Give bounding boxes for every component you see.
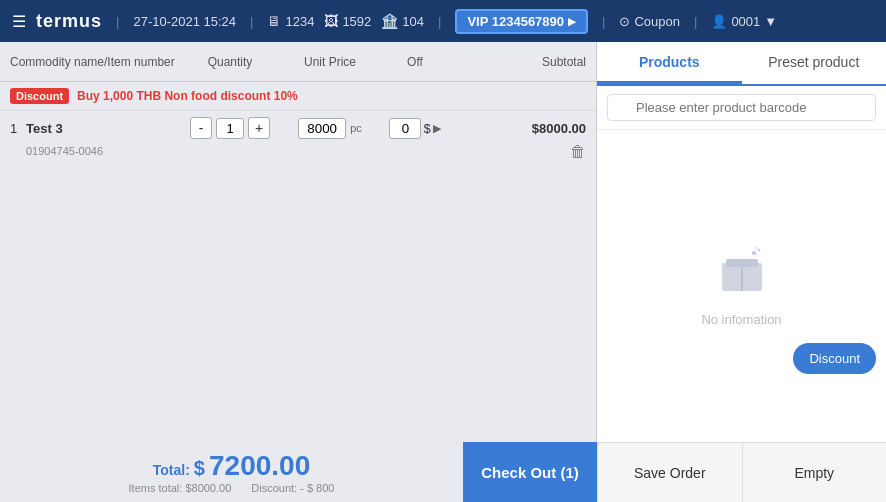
items-total: Items total: $8000.00 [129,482,232,494]
col-header-qty: Quantity [180,55,280,69]
col-header-off: Off [380,55,450,69]
discount-line: Discount: - $ 800 [251,482,334,494]
stat1-value: 1234 [285,14,314,29]
row-subtotal: $8000.00 [450,121,586,136]
vip-label: VIP 1234567890 [467,14,564,29]
product-row-main: 1 Test 3 - + pc $ ▶ $8000.00 [10,117,586,139]
svg-point-5 [755,247,757,249]
col-header-subtotal: Subtotal [450,55,586,69]
stat-monitor: 🖥 1234 [267,13,314,29]
sep1: | [116,14,119,29]
col-header-price: Unit Price [280,55,380,69]
off-dollar-sign: $ [423,121,430,136]
price-input[interactable] [298,118,346,139]
qty-decrease-button[interactable]: - [190,117,212,139]
quantity-control: - + [180,117,280,139]
save-order-label: Save Order [634,465,706,481]
vip-arrow-icon: ▶ [568,16,576,27]
qty-increase-button[interactable]: + [248,117,270,139]
coupon-label: Coupon [634,14,680,29]
tab-products[interactable]: Products [597,42,742,84]
left-panel: Commodity name/Item number Quantity Unit… [0,42,597,442]
off-field: $ ▶ [380,118,450,139]
svg-point-4 [757,249,760,252]
product-name: Test 3 [26,121,180,136]
sep4: | [602,14,605,29]
svg-rect-1 [726,259,758,267]
product-row: 1 Test 3 - + pc $ ▶ $8000.00 [0,111,596,167]
total-amount: 7200.00 [209,450,310,482]
off-input[interactable] [389,118,421,139]
checkout-label: Check Out (1) [481,464,579,481]
no-info-area: No infomation [597,130,886,442]
product-barcode: 01904745-0046 [10,145,103,157]
no-info-text: No infomation [701,312,781,327]
user-arrow-icon: ▼ [764,14,777,29]
discount-text: Buy 1,000 THB Non food discount 10% [77,89,298,103]
box-icon [712,245,772,304]
stat3-value: 104 [402,14,424,29]
row-number: 1 [10,121,26,136]
sep2: | [250,14,253,29]
user-icon: 👤 [711,14,727,29]
sep3: | [438,14,441,29]
header: ☰ termus | 27-10-2021 15:24 | 🖥 1234 🖼 1… [0,0,886,42]
total-section: Total: $ 7200.00 Items total: $8000.00 D… [0,442,463,502]
checkout-button[interactable]: Check Out (1) [463,442,597,502]
stat-bank: 🏦 104 [381,13,424,29]
tab-products-label: Products [639,54,700,70]
menu-icon[interactable]: ☰ [12,12,26,31]
discount-banner: Discount Buy 1,000 THB Non food discount… [0,82,596,111]
bank-icon: 🏦 [381,13,398,29]
off-arrow-icon[interactable]: ▶ [433,122,441,135]
monitor-icon: 🖥 [267,13,281,29]
app-logo: termus [36,11,102,32]
user-label: 0001 [731,14,760,29]
total-label: Total: [153,462,190,478]
search-input[interactable] [607,94,876,121]
save-order-button[interactable]: Save Order [597,442,742,502]
user-button[interactable]: 👤 0001 ▼ [711,14,777,29]
price-unit: pc [350,122,362,134]
right-panel-wrapper: Products Preset product 🔍 [597,42,886,442]
total-line: Total: $ 7200.00 [153,450,310,482]
delete-icon[interactable]: 🗑 [570,143,586,161]
stat2-value: 1592 [342,14,371,29]
search-wrapper: 🔍 [607,94,876,121]
table-header: Commodity name/Item number Quantity Unit… [0,42,596,82]
tab-preset-product[interactable]: Preset product [742,42,887,84]
image-icon: 🖼 [324,13,338,29]
bottom-bar: Total: $ 7200.00 Items total: $8000.00 D… [0,442,886,502]
main-container: Commodity name/Item number Quantity Unit… [0,42,886,442]
discount-tag: Discount [10,88,69,104]
vip-badge[interactable]: VIP 1234567890 ▶ [455,9,588,34]
coupon-icon: ⊙ [619,14,630,29]
total-dollar-sign: $ [194,457,205,480]
header-datetime: 27-10-2021 15:24 [133,14,236,29]
qty-input[interactable] [216,118,244,139]
discount-float-button[interactable]: Discount [793,343,876,374]
tab-preset-label: Preset product [768,54,859,70]
svg-point-3 [752,251,756,255]
col-header-name: Commodity name/Item number [10,55,180,69]
empty-label: Empty [794,465,834,481]
right-panel: Products Preset product 🔍 [597,42,886,442]
product-tabs: Products Preset product [597,42,886,86]
empty-button[interactable]: Empty [742,442,887,502]
stat-image: 🖼 1592 [324,13,371,29]
sep5: | [694,14,697,29]
price-field: pc [280,118,380,139]
coupon-button[interactable]: ⊙ Coupon [619,14,680,29]
search-bar: 🔍 [597,86,886,130]
